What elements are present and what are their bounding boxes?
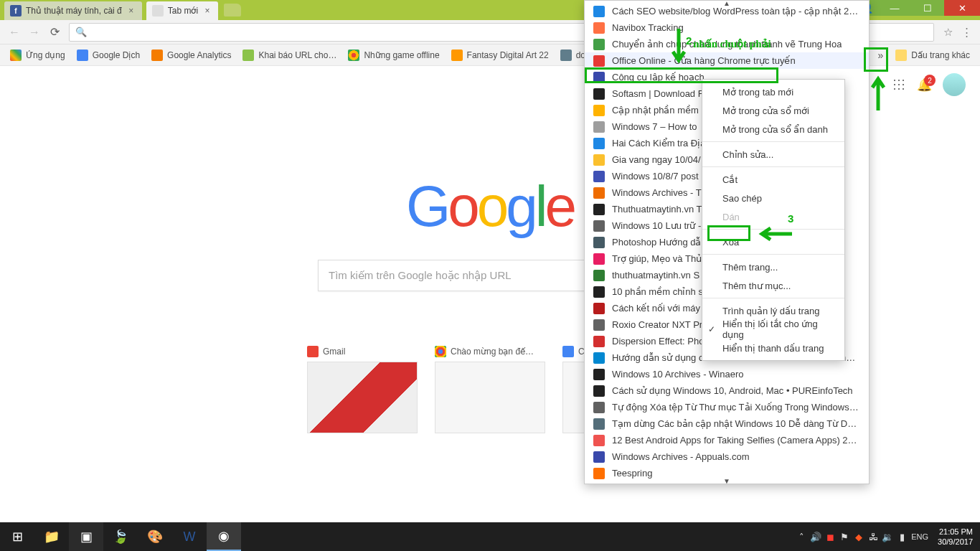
reload-button[interactable]: ⟳ bbox=[44, 22, 65, 42]
tray-clock[interactable]: 21:05 PM 30/9/2017 bbox=[930, 527, 980, 547]
ctx-show-bookmarks-bar[interactable]: Hiển thị thanh dấu trang bbox=[702, 339, 844, 357]
bm-fantasy-art[interactable]: Fantasy Digital Art 22 bbox=[446, 47, 555, 64]
bookmark-favicon bbox=[593, 270, 605, 281]
bm-label: Những game offline bbox=[364, 50, 439, 60]
task-word[interactable]: W bbox=[172, 522, 207, 551]
bookmark-item-label: Gia vang ngay 10/04/ bbox=[612, 154, 701, 165]
tab1-favicon: f bbox=[10, 5, 22, 17]
new-tab-button[interactable] bbox=[224, 4, 241, 17]
search-icon: 🔍 bbox=[75, 27, 87, 37]
ctx-edit[interactable]: Chỉnh sửa... bbox=[702, 145, 844, 164]
task-coccoc[interactable]: 🍃 bbox=[103, 522, 138, 551]
bm-khai-bao-url[interactable]: Khai báo URL cho… bbox=[237, 47, 342, 64]
bookmark-favicon bbox=[593, 138, 605, 149]
bookmark-item-label: Cách sử dụng Windows 10, Android, Mac • … bbox=[612, 385, 853, 396]
maximize-button[interactable]: ☐ bbox=[911, 0, 944, 16]
tab-1[interactable]: f Thủ thuật máy tính, cài đ × bbox=[4, 1, 142, 20]
minimize-button[interactable]: — bbox=[878, 0, 911, 16]
ctx-bookmark-manager[interactable]: Trình quản lý dấu trang bbox=[702, 301, 844, 320]
tab-2-active[interactable]: Tab mới × bbox=[146, 1, 218, 20]
ctx-cut[interactable]: Cắt bbox=[702, 170, 844, 189]
tab2-title: Tab mới bbox=[168, 6, 198, 16]
folder-icon bbox=[895, 50, 907, 61]
start-button[interactable]: ⊞ bbox=[0, 522, 34, 551]
other-bookmarks[interactable]: Dấu trang khác bbox=[890, 50, 976, 61]
tray-battery-icon[interactable]: ▮ bbox=[895, 522, 909, 551]
tab2-close-icon[interactable]: × bbox=[202, 6, 212, 16]
thumb-gmail[interactable]: Gmail bbox=[307, 346, 418, 433]
bookmark-favicon bbox=[593, 105, 605, 116]
bookmark-favicon bbox=[593, 88, 605, 100]
bookmark-favicon bbox=[593, 402, 605, 413]
tray-flag-icon[interactable]: ⚑ bbox=[837, 522, 852, 551]
bookmark-favicon bbox=[593, 237, 605, 248]
scroll-up-icon[interactable]: ▲ bbox=[723, 0, 730, 7]
back-button[interactable]: ← bbox=[4, 22, 24, 42]
tray-network-icon[interactable]: 🖧 bbox=[866, 522, 880, 551]
forward-button[interactable]: → bbox=[24, 22, 44, 42]
annotation-box-overflow bbox=[864, 47, 888, 72]
bm-label: Fantasy Digital Art 22 bbox=[467, 50, 549, 60]
overflow-bookmark-item[interactable]: Office Online - Cửa hàng Chrome trực tuy… bbox=[585, 52, 869, 69]
bookmark-item-label: Trợ giúp, Mẹo và Thủ bbox=[612, 253, 702, 264]
tray-shield-icon[interactable]: ◆ bbox=[852, 522, 866, 551]
system-tray: ˄ 🔊 ◼ ⚑ ◆ 🖧 🔉 ▮ ENG 21:05 PM 30/9/2017 bbox=[794, 522, 980, 551]
tray-adobe-icon[interactable]: ◼ bbox=[823, 522, 837, 551]
task-camtasia[interactable]: ▣ bbox=[69, 522, 103, 551]
tray-volume-icon[interactable]: 🔊 bbox=[809, 522, 823, 551]
green-arrow-up-icon bbox=[870, 72, 887, 110]
close-window-button[interactable]: ✕ bbox=[944, 0, 980, 16]
bm-google-analytics[interactable]: Google Analytics bbox=[146, 47, 237, 64]
bm-google-dich[interactable]: Google Dịch bbox=[71, 47, 146, 64]
bookmark-item-label: Office Online - Cửa hàng Chrome trực tuy… bbox=[612, 55, 796, 66]
bookmark-favicon bbox=[593, 187, 605, 199]
overflow-bookmark-item[interactable]: Tạm dừng Các bản cập nhật Windows 10 Dễ … bbox=[585, 415, 869, 432]
bm-label: Google Analytics bbox=[167, 50, 231, 60]
star-icon[interactable]: ☆ bbox=[938, 23, 957, 42]
apps-button[interactable]: Ứng dụng bbox=[4, 47, 71, 64]
ctx-add-page[interactable]: Thêm trang... bbox=[702, 258, 844, 276]
bookmark-item-label: Windows 7 – How to bbox=[612, 121, 697, 132]
account-avatar[interactable] bbox=[943, 73, 966, 96]
ctx-open-new-window[interactable]: Mở trong cửa sổ mới bbox=[702, 101, 844, 120]
tray-lang[interactable]: ENG bbox=[909, 522, 930, 551]
bookmark-favicon bbox=[593, 253, 605, 265]
ctx-open-new-tab[interactable]: Mở trong tab mới bbox=[702, 83, 844, 101]
tray-chevron-icon[interactable]: ˄ bbox=[794, 522, 809, 551]
scroll-down-icon[interactable]: ▼ bbox=[723, 477, 730, 485]
overflow-bookmark-item[interactable]: Windows 10 Archives - Winaero bbox=[585, 366, 869, 382]
webstore-icon bbox=[562, 346, 574, 357]
bookmark-item-label: Tạm dừng Các bản cập nhật Windows 10 Dễ … bbox=[612, 418, 860, 429]
task-paint[interactable]: 🎨 bbox=[138, 522, 172, 551]
menu-icon[interactable]: ⋮ bbox=[957, 23, 976, 42]
ctx-add-folder[interactable]: Thêm thư mục... bbox=[702, 276, 844, 295]
bookmark-item-label: Windows Archives - T bbox=[612, 187, 702, 198]
overflow-bookmark-item[interactable]: Windows Archives - Appuals.com bbox=[585, 448, 869, 465]
bookmark-favicon bbox=[593, 204, 605, 215]
bookmark-item-label: 10 phần mềm chỉnh s bbox=[612, 286, 703, 297]
thumb-chrome-welcome[interactable]: Chào mừng bạn đế… bbox=[435, 346, 545, 433]
task-chrome[interactable]: ◉ bbox=[207, 522, 241, 551]
notifications-icon[interactable]: 🔔2 bbox=[917, 77, 931, 92]
ctx-show-apps-shortcut[interactable]: Hiển thị lối tắt cho ứng dụng bbox=[702, 320, 844, 339]
bm-game-offline[interactable]: Những game offline bbox=[342, 47, 445, 64]
bookmark-favicon bbox=[593, 121, 605, 133]
bookmark-favicon bbox=[593, 418, 605, 430]
ctx-open-incognito[interactable]: Mở trong cửa sổ ẩn danh bbox=[702, 120, 844, 138]
tray-time: 21:05 PM bbox=[938, 527, 973, 537]
overflow-bookmark-item[interactable]: Tự động Xóa tệp Từ Thư mục Tải Xuống Tro… bbox=[585, 399, 869, 415]
bookmark-item-label: Hai Cách Kiểm tra Địa bbox=[612, 138, 705, 149]
bookmark-favicon bbox=[593, 22, 605, 34]
bookmark-item-label: Windows Archives - Appuals.com bbox=[612, 451, 749, 462]
apps-grid-icon[interactable] bbox=[892, 78, 905, 91]
ctx-copy[interactable]: Sao chép bbox=[702, 189, 844, 207]
overflow-bookmark-item[interactable]: Cách sử dụng Windows 10, Android, Mac • … bbox=[585, 382, 869, 399]
task-explorer[interactable]: 📁 bbox=[34, 522, 69, 551]
tab1-close-icon[interactable]: × bbox=[126, 6, 136, 16]
bookmark-item-label: Softasm | Download F bbox=[612, 88, 704, 99]
tray-sound-icon[interactable]: 🔉 bbox=[880, 522, 895, 551]
annotation-num-3: 3 bbox=[788, 212, 793, 225]
bookmark-favicon bbox=[593, 336, 605, 347]
overflow-bookmark-item[interactable]: Navibox Tracking bbox=[585, 19, 869, 36]
overflow-bookmark-item[interactable]: 12 Best Android Apps for Taking Selfies … bbox=[585, 432, 869, 448]
